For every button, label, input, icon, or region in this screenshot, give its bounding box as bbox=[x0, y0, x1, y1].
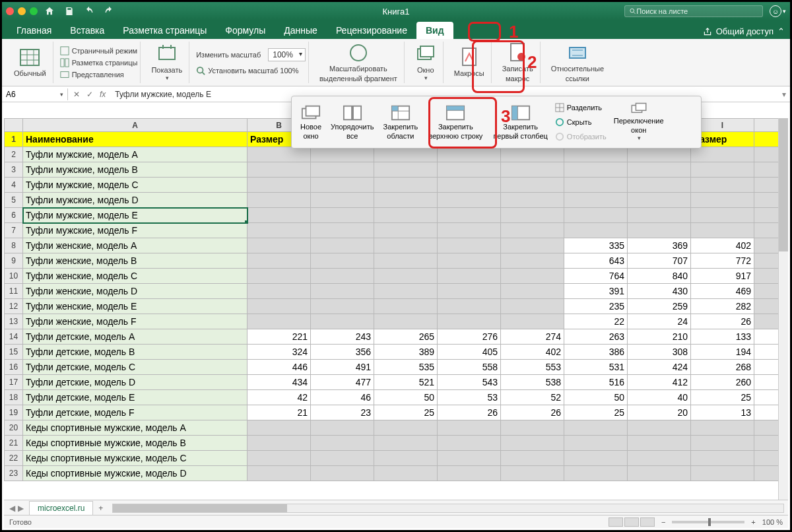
cell[interactable] bbox=[438, 420, 501, 436]
zoom-slider[interactable] bbox=[672, 521, 744, 523]
cell[interactable] bbox=[564, 193, 628, 208]
record-macro-button[interactable]: Записать макрос bbox=[498, 41, 537, 83]
cell[interactable]: 538 bbox=[501, 375, 564, 390]
row-header[interactable]: 14 bbox=[5, 329, 23, 345]
row-header[interactable]: 12 bbox=[5, 299, 23, 314]
zoom-to-selection-button[interactable]: Масштабировать выделенный фрагмент bbox=[315, 41, 401, 83]
cell[interactable] bbox=[374, 420, 438, 436]
cell[interactable] bbox=[374, 162, 438, 178]
cell[interactable]: Кеды спортивные мужские, модель A bbox=[23, 420, 248, 436]
tab-data[interactable]: Данные bbox=[275, 22, 327, 39]
cell[interactable]: 772 bbox=[691, 253, 754, 269]
cell[interactable]: Туфли детские, модель F bbox=[23, 405, 248, 420]
cell[interactable] bbox=[691, 436, 754, 451]
cancel-icon[interactable]: ✕ bbox=[73, 90, 80, 99]
cell[interactable] bbox=[311, 238, 374, 253]
unhide-button[interactable]: Отобразить bbox=[555, 131, 607, 143]
cell[interactable]: Туфли мужские, модель B bbox=[23, 162, 248, 178]
row-header[interactable]: 11 bbox=[5, 284, 23, 299]
page-break-view-button[interactable]: Страничный режим bbox=[60, 45, 138, 57]
cell[interactable]: Кеды спортивные мужские, модель D bbox=[23, 466, 248, 481]
cell[interactable]: 25 bbox=[691, 390, 754, 405]
cell[interactable]: 535 bbox=[374, 360, 438, 375]
zoom-select[interactable]: 100% bbox=[268, 48, 306, 61]
cell[interactable]: Туфли женские, модель B bbox=[23, 253, 248, 269]
cell[interactable] bbox=[248, 299, 311, 314]
home-icon[interactable] bbox=[44, 6, 55, 17]
cell[interactable]: 53 bbox=[438, 390, 501, 405]
cell[interactable] bbox=[501, 208, 564, 223]
cell[interactable]: 259 bbox=[628, 299, 691, 314]
chevron-down-icon[interactable]: ▾ bbox=[778, 90, 790, 99]
custom-views-button[interactable]: Представления bbox=[60, 69, 124, 81]
cell[interactable] bbox=[248, 451, 311, 466]
cell[interactable] bbox=[248, 193, 311, 208]
cell[interactable]: 391 bbox=[564, 284, 628, 299]
cell[interactable] bbox=[374, 147, 438, 162]
cell[interactable] bbox=[628, 193, 691, 208]
row-header[interactable]: 2 bbox=[5, 147, 23, 162]
cell[interactable]: 221 bbox=[248, 329, 311, 345]
cell[interactable] bbox=[501, 238, 564, 253]
cell[interactable]: Туфли женские, модель A bbox=[23, 238, 248, 253]
cell[interactable]: 263 bbox=[564, 329, 628, 345]
add-sheet-button[interactable]: + bbox=[93, 502, 108, 515]
cell[interactable]: 22 bbox=[564, 314, 628, 329]
cell[interactable] bbox=[501, 451, 564, 466]
cell[interactable] bbox=[374, 193, 438, 208]
row-header[interactable]: 15 bbox=[5, 345, 23, 360]
cell[interactable]: 356 bbox=[311, 345, 374, 360]
cell[interactable] bbox=[248, 223, 311, 238]
cell[interactable]: 210 bbox=[628, 329, 691, 345]
cell[interactable] bbox=[248, 284, 311, 299]
cell[interactable] bbox=[691, 193, 754, 208]
cell[interactable] bbox=[691, 223, 754, 238]
cell[interactable]: 402 bbox=[501, 345, 564, 360]
cell[interactable] bbox=[374, 436, 438, 451]
cell[interactable]: Туфли детские, модель A bbox=[23, 329, 248, 345]
cell[interactable] bbox=[374, 284, 438, 299]
cell[interactable] bbox=[311, 284, 374, 299]
cell[interactable] bbox=[501, 147, 564, 162]
cell[interactable]: 24 bbox=[628, 314, 691, 329]
cell[interactable]: 434 bbox=[248, 375, 311, 390]
confirm-icon[interactable]: ✓ bbox=[86, 90, 93, 99]
cell[interactable]: 25 bbox=[374, 405, 438, 420]
cell[interactable] bbox=[501, 162, 564, 178]
cell[interactable]: Туфли мужские, модель D bbox=[23, 193, 248, 208]
cell[interactable] bbox=[438, 299, 501, 314]
cell[interactable]: 386 bbox=[564, 345, 628, 360]
tab-insert[interactable]: Вставка bbox=[61, 22, 114, 39]
cell[interactable]: Туфли женские, модель D bbox=[23, 284, 248, 299]
cell[interactable] bbox=[438, 253, 501, 269]
save-icon[interactable] bbox=[64, 6, 75, 17]
row-header[interactable]: 19 bbox=[5, 405, 23, 420]
cell[interactable] bbox=[438, 284, 501, 299]
maximize-icon[interactable] bbox=[30, 7, 38, 15]
cell[interactable] bbox=[564, 162, 628, 178]
cell[interactable]: Туфли мужские, модель F bbox=[23, 223, 248, 238]
cell[interactable]: 430 bbox=[628, 284, 691, 299]
cell[interactable] bbox=[501, 436, 564, 451]
cell[interactable] bbox=[438, 451, 501, 466]
macros-button[interactable]: Макросы bbox=[450, 46, 488, 79]
tab-home[interactable]: Главная bbox=[7, 22, 61, 39]
cell[interactable] bbox=[564, 420, 628, 436]
cell[interactable]: 194 bbox=[691, 345, 754, 360]
cell[interactable]: 531 bbox=[564, 360, 628, 375]
cell[interactable]: 274 bbox=[501, 329, 564, 345]
cell[interactable] bbox=[248, 178, 311, 193]
cell[interactable]: 23 bbox=[311, 405, 374, 420]
cell[interactable] bbox=[374, 299, 438, 314]
cell[interactable]: 20 bbox=[628, 405, 691, 420]
search-box[interactable] bbox=[624, 5, 763, 17]
cell[interactable] bbox=[374, 223, 438, 238]
cell[interactable]: 42 bbox=[248, 390, 311, 405]
cell[interactable] bbox=[248, 162, 311, 178]
cell[interactable] bbox=[691, 147, 754, 162]
window-controls[interactable] bbox=[6, 7, 38, 15]
cell[interactable] bbox=[501, 269, 564, 284]
cell[interactable] bbox=[628, 436, 691, 451]
cell[interactable] bbox=[311, 466, 374, 481]
cell[interactable]: Туфли детские, модель B bbox=[23, 345, 248, 360]
